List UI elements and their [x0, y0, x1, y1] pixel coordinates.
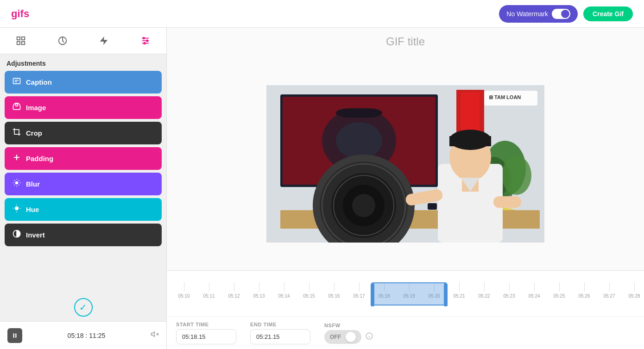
image-icon [12, 102, 21, 113]
svg-point-10 [146, 40, 148, 42]
time-display: 05:18 : 11:25 [68, 332, 106, 339]
timeline-track[interactable]: 05:10 05:11 05:12 05:13 05:14 05:15 05:1… [167, 271, 644, 317]
svg-point-40 [502, 156, 531, 195]
hue-icon [12, 204, 21, 215]
svg-point-19 [15, 181, 19, 185]
sidebar-item-padding[interactable]: Padding [5, 147, 162, 170]
timeline-handle-right[interactable] [444, 283, 448, 306]
tick-0527: 05:27 [597, 282, 622, 305]
crop-icon [12, 127, 21, 139]
timeline-area: 05:10 05:11 05:12 05:13 05:14 05:15 05:1… [167, 270, 644, 317]
nsfw-row: OFF [324, 330, 373, 344]
nsfw-knob [346, 332, 356, 342]
time-total: 11:25 [89, 332, 105, 339]
timeline-selection[interactable] [372, 282, 447, 305]
svg-rect-23 [15, 333, 16, 337]
invert-label: Invert [26, 231, 45, 239]
svg-point-33 [336, 122, 382, 159]
sidebar-items: Caption Image Crop Padding [0, 71, 166, 293]
svg-rect-0 [17, 37, 20, 40]
tick-0516: 05:16 [322, 282, 347, 305]
svg-rect-22 [13, 333, 14, 337]
tab-flash[interactable] [95, 32, 112, 49]
adjustments-label: Adjustments [0, 54, 166, 71]
sidebar: Adjustments Caption Image Crop [0, 28, 167, 349]
svg-rect-53 [449, 136, 491, 146]
svg-rect-16 [14, 130, 19, 134]
end-time-group: END TIME [250, 322, 310, 344]
invert-icon [12, 229, 21, 241]
sidebar-item-image[interactable]: Image [5, 96, 162, 119]
svg-rect-57 [493, 196, 521, 208]
play-pause-button[interactable] [7, 328, 22, 343]
header: gifs No Watermark Create Gif [0, 0, 644, 28]
content-area: GIF title [167, 28, 644, 349]
sidebar-item-invert[interactable]: Invert [5, 224, 162, 246]
blur-icon [12, 178, 21, 190]
timeline-inner: 05:10 05:11 05:12 05:13 05:14 05:15 05:1… [171, 282, 644, 305]
nsfw-label: NSFW [324, 323, 373, 328]
tab-effects[interactable] [54, 32, 71, 49]
toggle-knob [561, 10, 569, 18]
tick-0528: 05:28 [622, 282, 644, 305]
nsfw-off-label: OFF [327, 333, 344, 341]
mute-button[interactable] [151, 330, 159, 341]
sidebar-tabs [0, 28, 166, 54]
nsfw-toggle[interactable]: OFF [324, 330, 361, 344]
svg-point-9 [143, 37, 145, 39]
create-gif-button[interactable]: Create Gif [583, 6, 633, 21]
tick-0523: 05:23 [497, 282, 522, 305]
padding-icon [12, 153, 21, 164]
start-time-label: START TIME [176, 322, 236, 327]
tick-0526: 05:26 [572, 282, 597, 305]
sidebar-bottom: 05:18 : 11:25 [0, 321, 166, 349]
timeline-handle-left[interactable] [371, 283, 374, 306]
tick-0515: 05:15 [297, 282, 322, 305]
svg-rect-34 [336, 108, 382, 118]
gif-title: GIF title [386, 35, 425, 48]
tab-crop[interactable] [13, 32, 29, 49]
sidebar-item-blur[interactable]: Blur [5, 173, 162, 195]
tick-0525: 05:25 [547, 282, 572, 305]
logo: gifs [11, 8, 29, 20]
tick-0514: 05:14 [271, 282, 297, 305]
tick-0512: 05:12 [221, 282, 246, 305]
image-label: Image [26, 104, 46, 112]
video-preview: ⊞ TAM LOAN [167, 53, 644, 270]
svg-rect-56 [428, 203, 437, 210]
video-scene: ⊞ TAM LOAN [266, 85, 544, 243]
info-icon[interactable] [365, 332, 373, 342]
sidebar-confirm-row: ✓ [0, 293, 166, 321]
hue-label: Hue [26, 206, 39, 213]
sidebar-item-crop[interactable]: Crop [5, 122, 162, 144]
end-time-input[interactable] [250, 329, 310, 344]
no-watermark-label: No Watermark [506, 10, 548, 18]
tick-0510: 05:10 [171, 282, 196, 305]
tick-0522: 05:22 [472, 282, 497, 305]
svg-rect-1 [22, 37, 25, 40]
svg-point-11 [144, 43, 145, 44]
svg-point-20 [15, 206, 19, 210]
svg-rect-3 [17, 42, 20, 44]
svg-rect-12 [13, 78, 20, 84]
gif-title-area: GIF title [167, 28, 644, 53]
no-watermark-button[interactable]: No Watermark [499, 5, 578, 23]
sidebar-item-caption[interactable]: Caption [5, 71, 162, 93]
sidebar-item-hue[interactable]: Hue [5, 198, 162, 221]
controls-bar: START TIME END TIME NSFW OFF [167, 317, 644, 349]
end-time-label: END TIME [250, 322, 310, 327]
watermark-toggle[interactable] [552, 9, 570, 19]
tab-settings[interactable] [137, 32, 154, 49]
time-current: 05:18 [68, 332, 84, 339]
tick-0513: 05:13 [246, 282, 271, 305]
main-layout: Adjustments Caption Image Crop [0, 28, 644, 349]
svg-marker-5 [100, 37, 108, 45]
tick-0524: 05:24 [522, 282, 547, 305]
confirm-button[interactable]: ✓ [74, 298, 93, 317]
svg-rect-2 [22, 42, 25, 44]
nsfw-group: NSFW OFF [324, 323, 373, 344]
tick-0517: 05:17 [347, 282, 372, 305]
start-time-input[interactable] [176, 329, 236, 344]
svg-point-15 [16, 104, 18, 106]
crop-label: Crop [26, 129, 42, 137]
